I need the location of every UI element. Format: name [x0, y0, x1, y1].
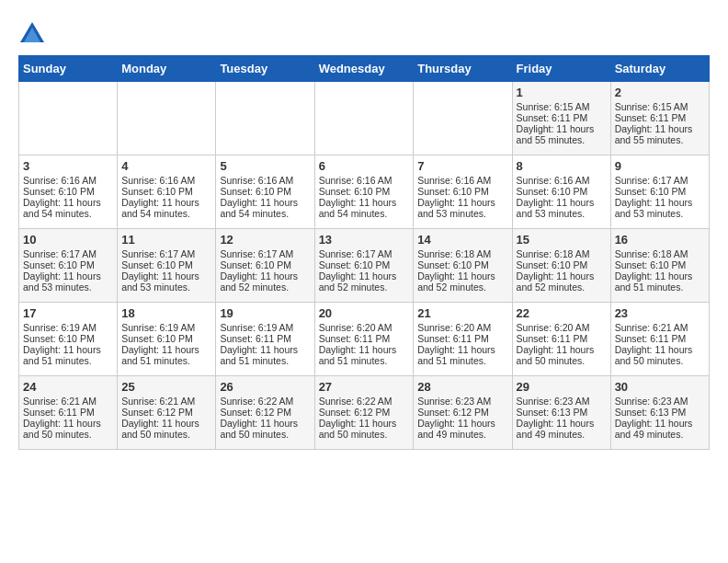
day-number: 20 [319, 306, 410, 320]
cell-info-line: Sunrise: 6:16 AM [220, 175, 310, 186]
day-header-sunday: Sunday [19, 56, 118, 82]
cell-info-line: Sunrise: 6:20 AM [417, 322, 507, 333]
calendar-cell: 16Sunrise: 6:18 AMSunset: 6:10 PMDayligh… [610, 229, 709, 303]
day-number: 11 [121, 233, 211, 247]
cell-info-line: Sunrise: 6:18 AM [615, 248, 705, 259]
daylight-minutes: and 53 minutes. [417, 208, 507, 219]
daylight-hours: Daylight: 11 hours [517, 418, 607, 429]
cell-info-line: Sunset: 6:12 PM [319, 407, 410, 418]
day-number: 9 [615, 159, 705, 173]
cell-info-line: Sunrise: 6:20 AM [517, 322, 607, 333]
day-number: 15 [517, 233, 607, 247]
daylight-minutes: and 51 minutes. [319, 355, 410, 366]
daylight-hours: Daylight: 11 hours [23, 418, 113, 429]
calendar-week-5: 24Sunrise: 6:21 AMSunset: 6:11 PMDayligh… [19, 376, 710, 450]
daylight-hours: Daylight: 11 hours [23, 270, 113, 282]
calendar-week-1: 1Sunrise: 6:15 AMSunset: 6:11 PMDaylight… [19, 82, 710, 155]
day-number: 5 [220, 159, 310, 173]
day-number: 16 [615, 233, 705, 247]
cell-info-line: Sunrise: 6:19 AM [220, 322, 310, 333]
daylight-hours: Daylight: 11 hours [615, 197, 705, 208]
calendar-cell [19, 82, 118, 155]
day-number: 29 [517, 380, 607, 394]
calendar-week-4: 17Sunrise: 6:19 AMSunset: 6:10 PMDayligh… [19, 303, 710, 376]
cell-info-line: Sunset: 6:12 PM [220, 407, 310, 418]
cell-info-line: Sunset: 6:10 PM [319, 259, 410, 270]
cell-info-line: Sunset: 6:12 PM [121, 407, 211, 418]
cell-info-line: Sunset: 6:10 PM [23, 333, 113, 344]
calendar-cell: 26Sunrise: 6:22 AMSunset: 6:12 PMDayligh… [216, 376, 314, 450]
day-number: 21 [417, 306, 507, 320]
cell-info-line: Sunrise: 6:22 AM [220, 396, 310, 407]
daylight-minutes: and 51 minutes. [615, 282, 705, 293]
header [18, 18, 710, 46]
cell-info-line: Sunrise: 6:23 AM [517, 396, 607, 407]
cell-info-line: Sunrise: 6:22 AM [319, 396, 410, 407]
daylight-minutes: and 50 minutes. [121, 429, 211, 440]
logo [18, 18, 50, 46]
cell-info-line: Sunset: 6:10 PM [615, 186, 705, 197]
cell-info-line: Sunset: 6:10 PM [121, 259, 211, 270]
daylight-hours: Daylight: 11 hours [220, 270, 310, 282]
daylight-minutes: and 55 minutes. [615, 134, 705, 145]
daylight-minutes: and 52 minutes. [319, 282, 410, 293]
day-number: 22 [517, 306, 607, 320]
cell-info-line: Sunrise: 6:17 AM [220, 248, 310, 259]
calendar-cell: 13Sunrise: 6:17 AMSunset: 6:10 PMDayligh… [314, 229, 414, 303]
logo-icon [18, 18, 46, 46]
calendar-cell [414, 82, 512, 155]
daylight-minutes: and 54 minutes. [220, 208, 310, 219]
calendar-cell: 2Sunrise: 6:15 AMSunset: 6:11 PMDaylight… [610, 82, 709, 155]
cell-info-line: Sunrise: 6:17 AM [23, 248, 113, 259]
cell-info-line: Sunrise: 6:20 AM [319, 322, 410, 333]
day-header-saturday: Saturday [610, 56, 709, 82]
daylight-hours: Daylight: 11 hours [517, 270, 607, 282]
calendar-cell: 12Sunrise: 6:17 AMSunset: 6:10 PMDayligh… [216, 229, 314, 303]
daylight-hours: Daylight: 11 hours [417, 270, 507, 282]
day-number: 30 [615, 380, 705, 394]
daylight-minutes: and 54 minutes. [121, 208, 211, 219]
cell-info-line: Sunrise: 6:18 AM [417, 248, 507, 259]
calendar-cell: 19Sunrise: 6:19 AMSunset: 6:11 PMDayligh… [216, 303, 314, 376]
day-number: 19 [220, 306, 310, 320]
daylight-hours: Daylight: 11 hours [121, 197, 211, 208]
cell-info-line: Sunset: 6:10 PM [220, 259, 310, 270]
day-number: 4 [121, 159, 211, 173]
cell-info-line: Sunrise: 6:21 AM [121, 396, 211, 407]
cell-info-line: Sunrise: 6:21 AM [615, 322, 705, 333]
cell-info-line: Sunrise: 6:16 AM [417, 175, 507, 186]
cell-info-line: Sunset: 6:10 PM [121, 186, 211, 197]
daylight-hours: Daylight: 11 hours [517, 123, 607, 134]
daylight-hours: Daylight: 11 hours [220, 344, 310, 355]
daylight-hours: Daylight: 11 hours [615, 123, 705, 134]
cell-info-line: Sunrise: 6:17 AM [121, 248, 211, 259]
day-number: 24 [23, 380, 113, 394]
calendar-cell: 28Sunrise: 6:23 AMSunset: 6:12 PMDayligh… [414, 376, 512, 450]
calendar-cell: 25Sunrise: 6:21 AMSunset: 6:12 PMDayligh… [118, 376, 216, 450]
calendar-cell: 24Sunrise: 6:21 AMSunset: 6:11 PMDayligh… [19, 376, 118, 450]
daylight-hours: Daylight: 11 hours [23, 197, 113, 208]
cell-info-line: Sunrise: 6:16 AM [319, 175, 410, 186]
daylight-hours: Daylight: 11 hours [220, 418, 310, 429]
cell-info-line: Sunrise: 6:17 AM [319, 248, 410, 259]
cell-info-line: Sunset: 6:11 PM [517, 333, 607, 344]
daylight-hours: Daylight: 11 hours [615, 418, 705, 429]
calendar-cell: 14Sunrise: 6:18 AMSunset: 6:10 PMDayligh… [414, 229, 512, 303]
calendar-cell: 27Sunrise: 6:22 AMSunset: 6:12 PMDayligh… [314, 376, 414, 450]
cell-info-line: Sunset: 6:10 PM [121, 333, 211, 344]
calendar-cell: 7Sunrise: 6:16 AMSunset: 6:10 PMDaylight… [414, 155, 512, 229]
day-header-thursday: Thursday [414, 56, 512, 82]
daylight-hours: Daylight: 11 hours [121, 418, 211, 429]
calendar-cell: 5Sunrise: 6:16 AMSunset: 6:10 PMDaylight… [216, 155, 314, 229]
calendar-cell: 23Sunrise: 6:21 AMSunset: 6:11 PMDayligh… [610, 303, 709, 376]
calendar-cell [118, 82, 216, 155]
calendar-cell: 17Sunrise: 6:19 AMSunset: 6:10 PMDayligh… [19, 303, 118, 376]
day-number: 2 [615, 86, 705, 99]
day-number: 7 [417, 159, 507, 173]
cell-info-line: Sunset: 6:10 PM [615, 259, 705, 270]
daylight-hours: Daylight: 11 hours [23, 344, 113, 355]
cell-info-line: Sunrise: 6:19 AM [23, 322, 113, 333]
daylight-hours: Daylight: 11 hours [517, 197, 607, 208]
daylight-hours: Daylight: 11 hours [319, 270, 410, 282]
daylight-hours: Daylight: 11 hours [220, 197, 310, 208]
